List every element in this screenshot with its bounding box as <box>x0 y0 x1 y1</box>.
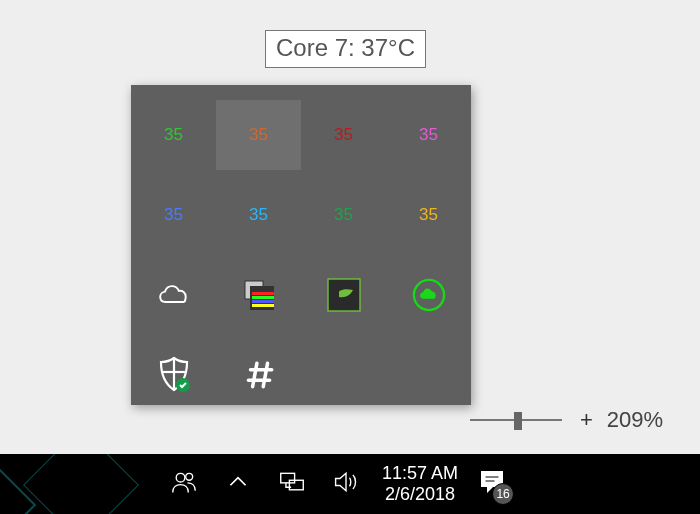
svg-rect-2 <box>252 292 274 295</box>
svg-rect-15 <box>485 480 495 482</box>
network-icon <box>279 469 305 499</box>
system-tray-overflow: 35 35 35 35 35 35 35 35 <box>131 85 471 405</box>
taskbar-time: 11:57 AM <box>382 463 458 484</box>
onedrive-tray-icon[interactable] <box>131 260 216 330</box>
svg-rect-14 <box>485 476 499 478</box>
core-temp-4-icon[interactable]: 35 <box>131 180 216 250</box>
nvidia-eye-icon <box>327 278 361 312</box>
chevron-up-icon <box>225 469 251 499</box>
core-temp-7-icon[interactable]: 35 <box>386 180 471 250</box>
svg-point-10 <box>176 473 185 482</box>
zoom-control: + 209% <box>470 400 700 440</box>
channel-tray-icon[interactable] <box>216 340 301 410</box>
core-temp-3-icon[interactable]: 35 <box>386 100 471 170</box>
svg-rect-13 <box>289 480 303 490</box>
action-center-button[interactable]: 16 <box>474 466 510 502</box>
people-icon <box>171 469 197 499</box>
volume-button[interactable] <box>332 470 360 498</box>
taskbar-clock[interactable]: 11:57 AM 2/6/2018 <box>382 463 458 504</box>
rainbow-chip-icon <box>242 278 276 312</box>
zoom-percent-label[interactable]: 209% <box>607 407 663 433</box>
people-button[interactable] <box>170 470 198 498</box>
cloud-icon <box>157 278 191 312</box>
notification-count-badge: 16 <box>492 483 514 505</box>
tray-chevron-button[interactable] <box>224 470 252 498</box>
svg-rect-4 <box>252 300 274 303</box>
razer-tray-icon[interactable] <box>386 260 471 330</box>
svg-rect-3 <box>252 296 274 299</box>
taskbar-date: 2/6/2018 <box>382 484 458 505</box>
zoom-slider-thumb[interactable] <box>514 412 522 430</box>
core-temp-2-icon[interactable]: 35 <box>301 100 386 170</box>
svg-rect-5 <box>252 304 274 307</box>
core-temp-1-icon[interactable]: 35 <box>216 100 301 170</box>
svg-point-11 <box>186 473 193 480</box>
core-temp-0-icon[interactable]: 35 <box>131 100 216 170</box>
core-temp-6-icon[interactable]: 35 <box>301 180 386 250</box>
zoom-in-button[interactable]: + <box>580 407 593 433</box>
hash-icon <box>242 358 276 392</box>
rgb-utility-tray-icon[interactable] <box>216 260 301 330</box>
taskbar-background-pattern <box>0 454 170 514</box>
network-button[interactable] <box>278 470 306 498</box>
nvidia-tray-icon[interactable] <box>301 260 386 330</box>
core-temp-tooltip: Core 7: 37°C <box>265 30 426 68</box>
svg-rect-12 <box>281 473 295 483</box>
shield-icon <box>157 358 191 392</box>
core-temp-5-icon[interactable]: 35 <box>216 180 301 250</box>
zoom-slider[interactable] <box>470 419 562 421</box>
green-cloud-icon <box>412 278 446 312</box>
svg-rect-7 <box>335 288 339 302</box>
speaker-icon <box>333 469 359 499</box>
windows-defender-tray-icon[interactable] <box>131 340 216 410</box>
taskbar: 11:57 AM 2/6/2018 16 <box>0 454 700 514</box>
